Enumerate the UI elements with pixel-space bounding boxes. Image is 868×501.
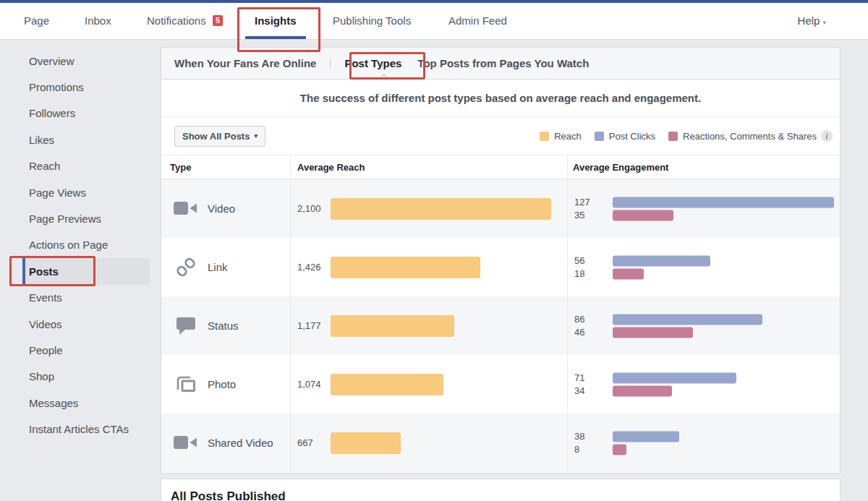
nav-item-inbox[interactable]: Inbox bbox=[85, 3, 111, 39]
info-icon[interactable]: i bbox=[821, 130, 833, 142]
sidebar-item-instant-articles-ctas[interactable]: Instant Articles CTAs bbox=[0, 416, 161, 442]
average-engagement-cell: 56 18 bbox=[567, 238, 840, 296]
reactions-bar bbox=[613, 268, 644, 279]
post-clicks-bar bbox=[613, 314, 762, 325]
legend-swatch bbox=[668, 132, 678, 141]
reach-value: 667 bbox=[290, 437, 331, 448]
nav-item-label: Admin Feed bbox=[448, 14, 507, 27]
post-clicks-bar bbox=[613, 372, 736, 383]
nav-item-admin-feed[interactable]: Admin Feed bbox=[448, 3, 507, 39]
average-engagement-cell: 127 35 bbox=[567, 179, 840, 238]
reactions-value: 35 bbox=[574, 209, 590, 222]
help-menu[interactable]: Help▾ bbox=[798, 3, 826, 39]
top-nav: Page Inbox Notifications 5 Insights Publ… bbox=[0, 3, 868, 40]
sidebar-item-page-views[interactable]: Page Views bbox=[0, 179, 161, 205]
table-row[interactable]: Status 1,177 86 46 bbox=[161, 296, 840, 355]
caret-down-icon: ▾ bbox=[822, 19, 826, 26]
legend-items: Reach Post Clicks Reactions, Comments & … bbox=[527, 131, 817, 142]
reach-bar bbox=[331, 257, 480, 278]
reach-bar bbox=[331, 432, 401, 454]
table-row[interactable]: Video 2,100 127 35 bbox=[161, 179, 840, 238]
table-row[interactable]: Link 1,426 56 18 bbox=[161, 238, 840, 296]
show-all-posts-label: Show All Posts bbox=[182, 131, 250, 142]
video-icon bbox=[173, 200, 199, 218]
all-posts-published-section: All Posts Published bbox=[161, 479, 841, 501]
sidebar-item-events[interactable]: Events bbox=[0, 285, 161, 311]
table-body: Video 2,100 127 35 Link 1,426 5 bbox=[161, 179, 840, 472]
sidebar-item-videos[interactable]: Videos bbox=[0, 311, 161, 337]
sidebar-item-promotions[interactable]: Promotions bbox=[0, 74, 161, 100]
type-cell: Shared Video bbox=[161, 414, 290, 472]
tab-post-types[interactable]: Post Types bbox=[344, 57, 401, 69]
type-cell: Photo bbox=[161, 355, 290, 414]
type-cell: Video bbox=[161, 179, 290, 238]
active-tab-notch-fill bbox=[379, 75, 389, 80]
reactions-bar bbox=[613, 210, 673, 220]
legend-label: Reactions, Comments & Shares bbox=[683, 131, 817, 142]
legend-swatch bbox=[540, 132, 549, 141]
legend-label: Post Clicks bbox=[609, 131, 655, 142]
tab-top-posts-from-pages-you-watch[interactable]: Top Posts from Pages You Watch bbox=[417, 57, 589, 69]
reach-value: 1,074 bbox=[290, 379, 331, 390]
column-header-average-reach: Average Reach bbox=[290, 162, 567, 173]
reactions-value: 34 bbox=[574, 385, 584, 398]
post-clicks-bar bbox=[613, 255, 710, 266]
insights-sidebar: OverviewPromotionsFollowersLikesReachPag… bbox=[0, 40, 161, 442]
sidebar-item-reach[interactable]: Reach bbox=[0, 153, 161, 179]
nav-item-insights[interactable]: Insights bbox=[255, 3, 297, 39]
nav-item-page[interactable]: Page bbox=[24, 3, 49, 39]
table-row[interactable]: Shared Video 667 38 8 bbox=[161, 414, 840, 472]
sidebar-item-followers[interactable]: Followers bbox=[0, 100, 161, 127]
average-reach-cell: 2,100 bbox=[290, 179, 567, 238]
table-row[interactable]: Photo 1,074 71 34 bbox=[161, 355, 840, 414]
nav-item-publishing-tools[interactable]: Publishing Tools bbox=[333, 3, 411, 39]
legend-item: Reactions, Comments & Shares bbox=[668, 131, 817, 142]
nav-item-label: Inbox bbox=[85, 14, 111, 27]
reactions-value: 8 bbox=[574, 443, 584, 456]
sidebar-item-messages[interactable]: Messages bbox=[0, 390, 161, 416]
notification-badge: 5 bbox=[213, 15, 223, 26]
sidebar-item-page-previews[interactable]: Page Previews bbox=[0, 205, 161, 231]
sidebar-item-actions-on-page[interactable]: Actions on Page bbox=[0, 232, 161, 258]
legend-item: Reach bbox=[540, 131, 582, 142]
average-engagement-cell: 86 46 bbox=[567, 296, 840, 355]
column-header-type: Type bbox=[161, 162, 290, 173]
sidebar-item-posts[interactable]: Posts bbox=[22, 258, 150, 284]
reach-value: 1,426 bbox=[290, 262, 331, 273]
post-clicks-value: 71 bbox=[574, 372, 584, 385]
show-all-posts-dropdown[interactable]: Show All Posts▾ bbox=[174, 126, 265, 147]
sidebar-item-shop[interactable]: Shop bbox=[0, 364, 161, 390]
post-type-label: Video bbox=[208, 202, 235, 215]
photo-icon bbox=[173, 374, 199, 394]
sidebar-item-overview[interactable]: Overview bbox=[0, 48, 161, 74]
average-engagement-cell: 38 8 bbox=[567, 414, 840, 472]
nav-item-notifications[interactable]: Notifications 5 bbox=[147, 3, 223, 39]
average-reach-cell: 667 bbox=[290, 414, 567, 472]
sidebar-item-people[interactable]: People bbox=[0, 337, 161, 363]
status-icon bbox=[173, 316, 199, 335]
reach-value: 1,177 bbox=[290, 320, 331, 331]
post-clicks-value: 56 bbox=[574, 254, 584, 267]
controls-row: Show All Posts▾ Reach Post Clicks Reacti… bbox=[161, 117, 840, 155]
nav-item-label: Publishing Tools bbox=[333, 14, 411, 27]
reactions-bar bbox=[613, 385, 672, 396]
post-types-card: When Your Fans Are OnlinePost TypesTop P… bbox=[161, 47, 841, 474]
sidebar-item-likes[interactable]: Likes bbox=[0, 127, 161, 153]
sidebar-items: OverviewPromotionsFollowersLikesReachPag… bbox=[0, 48, 161, 442]
legend-item: Post Clicks bbox=[595, 131, 655, 142]
average-reach-cell: 1,426 bbox=[290, 238, 567, 296]
legend-label: Reach bbox=[554, 131, 582, 142]
type-cell: Link bbox=[161, 238, 290, 296]
table-header: Type Average Reach Average Engagement bbox=[161, 155, 840, 179]
post-clicks-value: 86 bbox=[574, 313, 584, 326]
reach-value: 2,100 bbox=[290, 203, 331, 214]
column-divider bbox=[290, 155, 291, 472]
column-header-average-engagement: Average Engagement bbox=[567, 162, 668, 173]
post-type-label: Link bbox=[208, 261, 228, 273]
reactions-value: 18 bbox=[574, 267, 584, 281]
tab-when-your-fans-are-online[interactable]: When Your Fans Are Online bbox=[174, 57, 316, 69]
nav-item-label: Page bbox=[24, 14, 49, 27]
reach-bar bbox=[331, 198, 551, 220]
insights-tab-bar: When Your Fans Are OnlinePost TypesTop P… bbox=[161, 48, 840, 80]
chart-legend: Reach Post Clicks Reactions, Comments & … bbox=[527, 130, 833, 142]
